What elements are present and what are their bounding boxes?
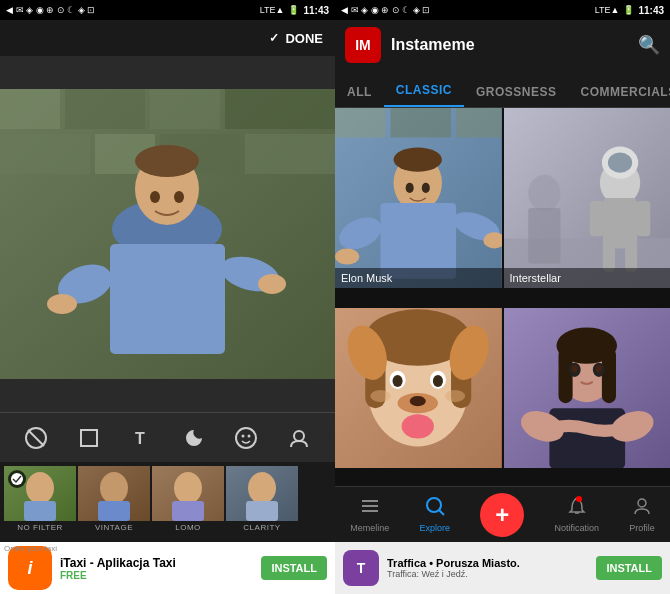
meme-cell-woman[interactable] [504, 308, 671, 468]
ad-label-left: Order your taxi [4, 544, 57, 553]
svg-point-23 [236, 428, 256, 448]
battery-icon-left: 🔋 [288, 5, 299, 15]
ad-free-label: FREE [60, 570, 87, 581]
tab-grossness[interactable]: GROSSNESS [464, 77, 569, 107]
face-tool-icon[interactable] [283, 422, 315, 454]
text-tool-icon[interactable]: T [125, 422, 157, 454]
plus-button[interactable]: + [480, 493, 524, 537]
svg-point-99 [576, 496, 582, 502]
meme-cell-dog[interactable] [335, 308, 502, 468]
install-btn-left[interactable]: INSTALL [261, 556, 327, 580]
ad-title-right: Traffica • Porusza Miasto. [387, 557, 588, 569]
svg-point-38 [248, 472, 276, 504]
svg-point-92 [595, 365, 601, 373]
status-icons-left: ◀ ✉ ◈ ◉ ⊕ ⊙ ☾ ◈ ⊡ [6, 5, 95, 15]
filter-clarity[interactable]: CLARITY [226, 466, 298, 538]
svg-rect-29 [24, 501, 56, 521]
smiley-tool-icon[interactable] [230, 422, 262, 454]
nav-explore[interactable]: Explore [419, 496, 450, 533]
tools-bar: T [0, 412, 335, 462]
time-left: 11:43 [303, 5, 329, 16]
svg-point-16 [258, 274, 286, 294]
nav-memeline[interactable]: Memeline [350, 496, 389, 533]
nav-notification[interactable]: Notification [555, 496, 600, 533]
app-title: Instameme [391, 36, 628, 54]
svg-point-25 [248, 434, 251, 437]
svg-rect-82 [549, 408, 625, 468]
svg-rect-58 [602, 198, 636, 248]
meme-caption-interstellar: Interstellar [504, 268, 671, 288]
svg-point-32 [100, 472, 128, 504]
crop-tool-icon[interactable] [73, 422, 105, 454]
svg-rect-2 [65, 89, 145, 129]
ad-text-right: Traffica • Porusza Miasto. Traffica: Weź… [387, 557, 588, 579]
done-button[interactable]: ✓ DONE [269, 31, 323, 46]
svg-rect-12 [110, 244, 225, 354]
filter-no-filter[interactable]: NO FILTER [4, 466, 76, 538]
plus-icon: + [495, 503, 509, 527]
filter-lomo[interactable]: LOMO [152, 466, 224, 538]
svg-point-78 [433, 375, 443, 387]
svg-point-51 [406, 183, 414, 193]
svg-point-52 [422, 183, 430, 193]
category-tabs: ALL CLASSIC GROSSNESS COMMERCIALS INTER [335, 70, 670, 108]
nav-plus[interactable]: + [480, 493, 524, 537]
memeline-icon [360, 496, 380, 521]
signal-icon-right: LTE▲ [595, 5, 620, 15]
svg-rect-93 [362, 500, 378, 502]
svg-rect-39 [246, 501, 278, 521]
svg-point-96 [427, 498, 441, 512]
svg-rect-88 [601, 348, 615, 404]
left-panel: ◀ ✉ ◈ ◉ ⊕ ⊙ ☾ ◈ ⊡ LTE▲ 🔋 11:43 ✓ DONE [0, 0, 335, 594]
bottom-nav: Memeline Explore + Notification Profile [335, 486, 670, 542]
svg-point-91 [571, 365, 577, 373]
filters-bar[interactable]: NO FILTER VINTAGE LOMO CLARITY [0, 462, 335, 542]
time-right: 11:43 [638, 5, 664, 16]
filter-vintage[interactable]: VINTAGE [78, 466, 150, 538]
svg-rect-41 [335, 108, 385, 137]
signal-icon-left: LTE▲ [260, 5, 285, 15]
svg-point-74 [402, 414, 434, 438]
svg-text:T: T [135, 430, 145, 447]
svg-rect-95 [362, 510, 378, 512]
notification-icons-left: ◀ ✉ ◈ ◉ ⊕ ⊙ ☾ ◈ ⊡ [6, 5, 95, 15]
svg-point-18 [174, 191, 184, 203]
ad-title-left: iTaxi - Aplikacja Taxi [60, 556, 253, 570]
svg-point-28 [26, 472, 54, 504]
svg-rect-94 [362, 505, 378, 507]
meme-cell-elon[interactable]: Elon Musk [335, 108, 502, 288]
install-btn-right[interactable]: INSTALL [596, 556, 662, 580]
filter-vintage-label: VINTAGE [78, 521, 150, 534]
svg-point-80 [445, 390, 465, 402]
meme-cell-interstellar[interactable]: Interstellar [504, 108, 671, 288]
app-logo: IM [345, 27, 381, 63]
svg-point-17 [150, 191, 160, 203]
tab-classic[interactable]: CLASSIC [384, 75, 464, 107]
explore-icon [425, 496, 445, 521]
svg-rect-21 [81, 430, 97, 446]
svg-point-79 [370, 390, 390, 402]
nav-profile-label: Profile [629, 523, 655, 533]
moon-tool-icon[interactable] [178, 422, 210, 454]
svg-point-63 [528, 175, 560, 211]
svg-point-30 [11, 473, 23, 485]
ad-subtitle-left: FREE [60, 570, 253, 581]
no-filter-tool-icon[interactable] [20, 422, 52, 454]
main-image-area [0, 56, 335, 412]
svg-rect-5 [0, 134, 90, 174]
search-icon[interactable]: 🔍 [638, 34, 660, 56]
tab-commercials[interactable]: COMMERCIALS [569, 77, 670, 107]
filter-no-filter-label: NO FILTER [4, 521, 76, 534]
top-bar-left: ✓ DONE [0, 20, 335, 56]
filter-lomo-label: LOMO [152, 521, 224, 534]
selected-indicator [8, 470, 26, 488]
svg-point-77 [393, 375, 403, 387]
svg-rect-36 [172, 501, 204, 521]
svg-line-97 [439, 510, 444, 515]
nav-profile[interactable]: Profile [629, 496, 655, 533]
svg-rect-3 [150, 89, 220, 129]
tab-all[interactable]: ALL [335, 77, 384, 107]
filter-clarity-label: CLARITY [226, 521, 298, 534]
ad-bar-right: T Traffica • Porusza Miasto. Traffica: W… [335, 542, 670, 594]
svg-rect-33 [98, 501, 130, 521]
